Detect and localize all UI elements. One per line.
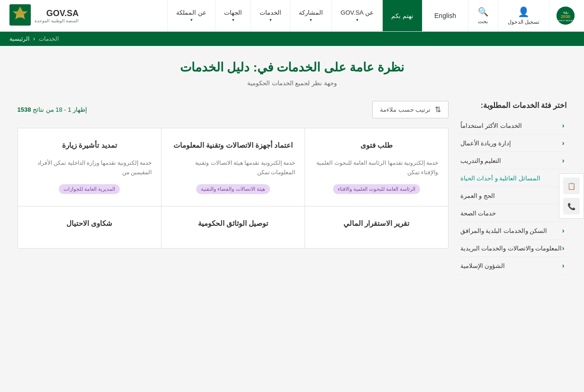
sidebar-item-business[interactable]: ‹ إدارة وريادة الأعمال (458, 134, 567, 152)
chevron-icon: ‹ (562, 139, 565, 147)
nav-label-about-sa: عن المملكة (176, 9, 207, 16)
results-text: إظهار 1 - 18 من نتائج (33, 106, 87, 113)
card-tag-visa-extend: المديرية العامة للجوازات (59, 184, 120, 194)
sort-button[interactable]: ⇅ ترتيب حسب ملاءمة (372, 101, 448, 118)
order-icon: 📋 (567, 182, 575, 190)
nav-item-about-gov[interactable]: عن GOV.SA ▾ (332, 0, 382, 31)
sidebar-item-housing[interactable]: ‹ السكن والخدمات البلدية والمرافق (458, 222, 567, 240)
sidebar-item-education[interactable]: ‹ التعليم والتدريب (458, 152, 567, 169)
chevron-icon: ‹ (562, 244, 565, 252)
search-button[interactable]: 🔍 بحث (468, 0, 498, 31)
chevron-icon: ‹ (562, 262, 565, 269)
nav-label-nahtemm: نهتم بكم (391, 12, 413, 19)
breadcrumb-home[interactable]: الرئيسية (9, 36, 29, 42)
chevron-down-icon: ▾ (356, 18, 359, 22)
sidebar-label-family: المسائل العائلية و أحداث الحياة (460, 175, 540, 182)
card-title-fraud-complaints: شكاوى الاحتيال (27, 218, 152, 229)
chevron-icon: ‹ (562, 122, 565, 129)
nav-label-entities: الجهات (224, 9, 242, 16)
main-header: رؤية 2030 KINGDOM OF SAUDI ARABIA 👤 تسجي… (0, 0, 584, 32)
main-content: نظرة عامة على الخدمات في: دليل الخدمات و… (8, 46, 576, 289)
card-tag-ict-approval: هيئة الاتصالات والفضاء والتقنية (196, 184, 270, 194)
cards-grid: طلب فتوى خدمة إلكترونية تقدمها الرئاسة ا… (18, 128, 449, 249)
results-count: إظهار 1 - 18 من نتائج 1538 (18, 106, 88, 113)
sidebar-label-ict: المعلومات والاتصالات والخدمات البريدية (460, 245, 562, 252)
card-docs-delivery[interactable]: توصيل الوثائق الحكومية (161, 206, 305, 248)
phone-icon: 📞 (567, 203, 575, 210)
results-number: 1538 (18, 106, 31, 113)
govsa-logo-container: GOV.SA المنصة الوطنية الموحدة GOV (0, 0, 88, 31)
sort-label: ترتيب حسب ملاءمة (380, 106, 431, 113)
chevron-down-icon: ▾ (270, 18, 272, 22)
card-desc-fatwa: خدمة إلكترونية تقدمها الرئاسة العامة للب… (314, 158, 439, 178)
svg-text:رؤية: رؤية (563, 11, 568, 14)
page-subtitle: وجهة نظر لجميع الخدمات الحكومية (18, 80, 567, 87)
card-visa-extend[interactable]: تمديد تأشيرة زيارة خدمة إلكترونية تقدمها… (18, 128, 162, 206)
floating-order-button[interactable]: 📋 (563, 178, 580, 194)
nav-label-participation: المشاركة (299, 9, 323, 16)
govsa-title: GOV.SA (35, 9, 79, 18)
vision-circle: رؤية 2030 KINGDOM OF SAUDI ARABIA (557, 7, 575, 25)
title-highlight: دليل الخدمات (180, 60, 250, 74)
page-heading: نظرة عامة على الخدمات في: دليل الخدمات (18, 60, 567, 75)
card-financial-report[interactable]: تقرير الاستقرار المالي (305, 206, 448, 248)
card-tag-fatwa: الرئاسة العامة للبحوث العلمية والافتاء (333, 184, 420, 194)
card-title-financial-report: تقرير الاستقرار المالي (314, 218, 439, 229)
govsa-subtitle: المنصة الوطنية الموحدة (35, 18, 79, 23)
sidebar-item-hajj[interactable]: ‹ الحج و العمرة (458, 187, 567, 205)
sidebar-item-health[interactable]: ‹ خدمات الصحة (458, 205, 567, 222)
sidebar-label-education: التعليم والتدريب (460, 157, 502, 164)
sidebar-label-health: خدمات الصحة (460, 210, 496, 217)
sidebar-item-most-used[interactable]: ‹ الخدمات الأكثر استخداماً (458, 117, 567, 134)
user-icon: 👤 (518, 6, 530, 18)
nav-label-services: الخدمات (260, 9, 281, 16)
card-title-docs-delivery: توصيل الوثائق الحكومية (171, 218, 295, 229)
breadcrumb-separator: ‹ (33, 36, 35, 42)
sidebar-item-ict[interactable]: ‹ المعلومات والاتصالات والخدمات البريدية (458, 240, 567, 257)
card-title-visa-extend: تمديد تأشيرة زيارة (27, 140, 152, 151)
content-layout: اختر فئة الخدمات المطلوبة: ‹ الخدمات الأ… (18, 101, 567, 275)
card-desc-ict-approval: خدمة إلكترونية تقدمها هيئة الاتصالات وتق… (171, 158, 295, 178)
main-area: ⇅ ترتيب حسب ملاءمة إظهار 1 - 18 من نتائج… (18, 101, 449, 275)
govsa-emblem: GOV (9, 4, 31, 27)
govsa-logo: GOV.SA المنصة الوطنية الموحدة GOV (9, 4, 79, 27)
card-desc-visa-extend: خدمة إلكترونية تقدمها وزارة الداخلية تمك… (27, 158, 152, 178)
nav-item-about-sa[interactable]: عن المملكة ▾ (167, 0, 215, 31)
sidebar-title: اختر فئة الخدمات المطلوبة: (458, 101, 567, 110)
language-button[interactable]: English (422, 0, 468, 31)
card-fraud-complaints[interactable]: شكاوى الاحتيال (18, 206, 162, 248)
sidebar-label-hajj: الحج و العمرة (460, 192, 495, 199)
chevron-down-icon: ▾ (232, 18, 234, 22)
chevron-icon: ‹ (562, 157, 565, 164)
card-ict-approval[interactable]: اعتماد أجهزة الاتصالات وتقنية المعلومات … (161, 128, 305, 206)
login-label: تسجيل الدخول (508, 19, 539, 25)
svg-text:KINGDOM OF SAUDI ARABIA: KINGDOM OF SAUDI ARABIA (557, 20, 575, 22)
chevron-down-icon: ▾ (190, 18, 193, 22)
svg-text:2030: 2030 (561, 14, 570, 19)
sidebar-label-business: إدارة وريادة الأعمال (460, 140, 511, 147)
sidebar-item-family[interactable]: ‹ المسائل العائلية و أحداث الحياة (458, 169, 567, 187)
nav-item-participation[interactable]: المشاركة ▾ (290, 0, 332, 31)
nav-item-entities[interactable]: الجهات ▾ (215, 0, 251, 31)
breadcrumb: الخدمات ‹ الرئيسية (0, 32, 584, 46)
english-label: English (434, 12, 456, 19)
card-fatwa[interactable]: طلب فتوى خدمة إلكترونية تقدمها الرئاسة ا… (305, 128, 448, 206)
sidebar-label-housing: السكن والخدمات البلدية والمرافق (460, 227, 548, 234)
breadcrumb-current: الخدمات (39, 36, 59, 42)
chevron-down-icon: ▾ (310, 18, 312, 22)
sidebar: اختر فئة الخدمات المطلوبة: ‹ الخدمات الأ… (458, 101, 567, 275)
nav-label-about-gov: عن GOV.SA (341, 9, 374, 16)
sidebar-item-islamic[interactable]: ‹ الشؤون الإسلامية (458, 257, 567, 275)
nav-item-nahtemm[interactable]: نهتم بكم (382, 0, 422, 31)
floating-phone-button[interactable]: 📞 (563, 198, 580, 214)
page-title-section: نظرة عامة على الخدمات في: دليل الخدمات (18, 60, 567, 75)
search-label: بحث (478, 18, 488, 25)
chevron-icon: ‹ (562, 227, 565, 234)
main-nav: نهتم بكم عن GOV.SA ▾ المشاركة ▾ الخدمات … (88, 0, 422, 31)
card-title-fatwa: طلب فتوى (314, 140, 439, 151)
nav-item-services[interactable]: الخدمات ▾ (251, 0, 290, 31)
card-title-ict-approval: اعتماد أجهزة الاتصالات وتقنية المعلومات (171, 140, 295, 151)
floating-panel: 📋 📞 (559, 173, 584, 219)
login-button[interactable]: 👤 تسجيل الدخول (498, 0, 549, 31)
sidebar-label-most-used: الخدمات الأكثر استخداماً (460, 122, 522, 129)
